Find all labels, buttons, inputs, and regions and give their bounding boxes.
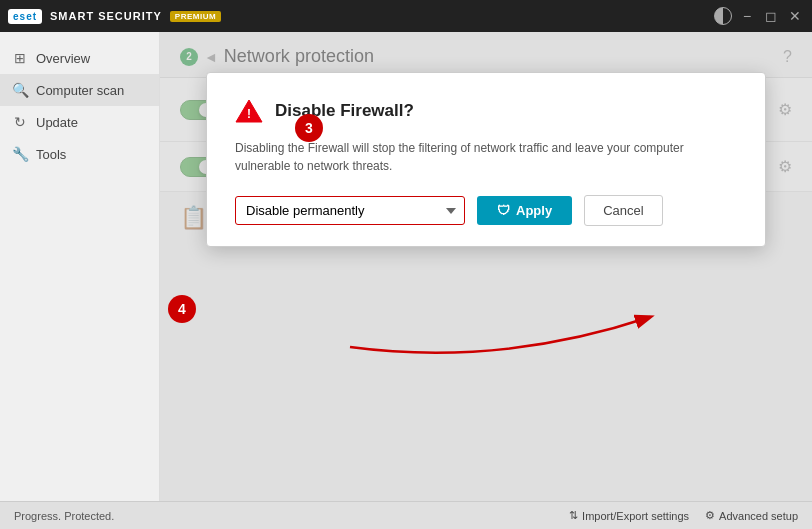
disable-firewall-dialog: ! Disable Firewall? Disabling the Firewa…: [206, 72, 766, 247]
warning-icon: !: [235, 97, 263, 125]
maximize-button[interactable]: ◻: [762, 7, 780, 25]
import-export-icon: ⇅: [569, 509, 578, 522]
minimize-button[interactable]: −: [738, 7, 756, 25]
cancel-button[interactable]: Cancel: [584, 195, 662, 226]
sidebar-item-label: Overview: [36, 51, 90, 66]
sidebar-item-label: Tools: [36, 147, 66, 162]
title-bar-controls: − ◻ ✕: [714, 7, 804, 25]
dialog-header: ! Disable Firewall?: [235, 97, 737, 125]
dialog-actions: Disable permanently Disable for 10 minut…: [235, 195, 737, 226]
svg-text:!: !: [247, 107, 251, 121]
dialog-message: Disabling the Firewall will stop the fil…: [235, 139, 737, 175]
status-bar-right: ⇅ Import/Export settings ⚙ Advanced setu…: [569, 509, 798, 522]
apply-label: Apply: [516, 203, 552, 218]
title-bar: eset SMART SECURITY PREMIUM − ◻ ✕: [0, 0, 812, 32]
sidebar-item-label: Computer scan: [36, 83, 124, 98]
app-name: SMART SECURITY: [50, 10, 162, 22]
advanced-setup-icon: ⚙: [705, 509, 715, 522]
close-button[interactable]: ✕: [786, 7, 804, 25]
sidebar-item-tools[interactable]: 🔧 Tools: [0, 138, 159, 170]
import-export-label: Import/Export settings: [582, 510, 689, 522]
apply-button[interactable]: 🛡 Apply: [477, 196, 572, 225]
eset-logo: eset: [8, 9, 42, 24]
disable-duration-select[interactable]: Disable permanently Disable for 10 minut…: [235, 196, 465, 225]
advanced-setup-link[interactable]: ⚙ Advanced setup: [705, 509, 798, 522]
content-area: 2 ◄ Network protection ? Firewall Enable…: [160, 32, 812, 501]
dialog-title: Disable Firewall?: [275, 101, 414, 121]
shield-icon: 🛡: [497, 203, 510, 218]
sidebar: ⊞ Overview 🔍 Computer scan ↻ Update 🔧 To…: [0, 32, 160, 501]
modal-overlay: ! Disable Firewall? Disabling the Firewa…: [160, 32, 812, 501]
half-circle-icon[interactable]: [714, 7, 732, 25]
sidebar-item-update[interactable]: ↻ Update: [0, 106, 159, 138]
sidebar-item-label: Update: [36, 115, 78, 130]
import-export-link[interactable]: ⇅ Import/Export settings: [569, 509, 689, 522]
overview-icon: ⊞: [12, 50, 28, 66]
status-text: Progress. Protected.: [14, 510, 114, 522]
advanced-setup-label: Advanced setup: [719, 510, 798, 522]
sidebar-item-overview[interactable]: ⊞ Overview: [0, 42, 159, 74]
tools-icon: 🔧: [12, 146, 28, 162]
sidebar-item-computer-scan[interactable]: 🔍 Computer scan: [0, 74, 159, 106]
premium-badge: PREMIUM: [170, 11, 221, 22]
main-layout: ⊞ Overview 🔍 Computer scan ↻ Update 🔧 To…: [0, 32, 812, 501]
scan-icon: 🔍: [12, 82, 28, 98]
title-bar-left: eset SMART SECURITY PREMIUM: [8, 9, 221, 24]
update-icon: ↻: [12, 114, 28, 130]
status-bar: Progress. Protected. ⇅ Import/Export set…: [0, 501, 812, 529]
